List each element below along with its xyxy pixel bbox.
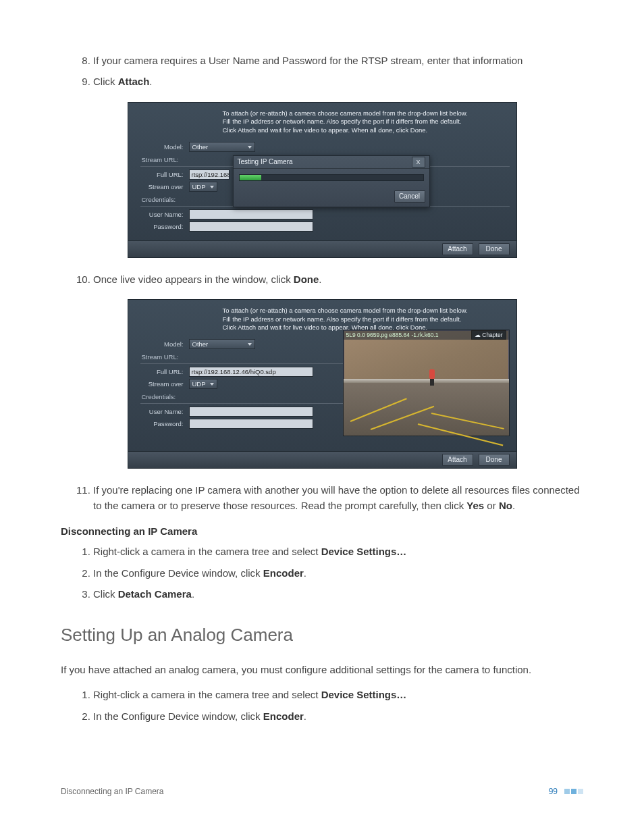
step-11: If you're replacing one IP camera with a… — [93, 482, 583, 514]
stream-over-select[interactable]: UDP — [189, 379, 217, 389]
pass-input[interactable] — [189, 419, 313, 429]
attach-camera-dialog-live: To attach (or re-attach) a camera choose… — [128, 299, 517, 469]
dialog-footer: Attach Done — [128, 240, 516, 257]
model-label: Model: — [135, 340, 189, 348]
attach-button[interactable]: Attach — [442, 243, 473, 255]
live-video-pane: 5L9 0.0 9659.pg e885.64 -1.rk.k60.1 ☁ Ch… — [343, 330, 510, 436]
page-number: 99 — [549, 787, 558, 796]
cancel-button[interactable]: Cancel — [394, 190, 425, 203]
ordered-steps-b: Once live video appears in the window, c… — [61, 271, 583, 287]
footer-section-name: Disconnecting an IP Camera — [61, 787, 164, 796]
dialog-instructions: To attach (or re-attach) a camera choose… — [223, 109, 510, 135]
stream-over-label: Stream over — [135, 380, 189, 388]
dialog-title: Testing IP Camera — [238, 158, 293, 165]
user-label: User Name: — [135, 408, 189, 415]
ordered-steps-c: If you're replacing one IP camera with a… — [61, 482, 583, 514]
footer-logo-icon — [564, 789, 583, 794]
full-url-input[interactable]: rtsp://192.168.12 — [189, 170, 230, 180]
dialog-instructions: To attach (or re-attach) a camera choose… — [223, 307, 510, 332]
overlay-text: 5L9 0.0 9659.pg e885.64 -1.rk.k60.1 — [346, 332, 439, 338]
person-figure — [429, 369, 435, 387]
full-url-input[interactable]: rtsp://192.168.12.46/hiQ0.sdp — [189, 367, 313, 377]
user-input[interactable] — [189, 407, 313, 417]
disconnect-steps: Right-click a camera in the camera tree … — [61, 544, 583, 602]
user-input[interactable] — [189, 209, 313, 219]
disconnect-step-2: In the Configure Device window, click En… — [93, 565, 583, 581]
attach-button[interactable]: Attach — [442, 454, 473, 466]
cloud-icon: ☁ — [475, 332, 481, 338]
full-url-label: Full URL: — [135, 171, 189, 178]
pass-label: Password: — [135, 420, 189, 427]
testing-ip-camera-dialog: Testing IP Camera X Cancel — [233, 155, 430, 207]
ordered-steps-a: If your camera requires a User Name and … — [61, 53, 583, 90]
close-button[interactable]: X — [412, 157, 425, 167]
disconnect-step-1: Right-click a camera in the camera tree … — [93, 544, 583, 559]
chapter-button[interactable]: ☁ Chapter — [471, 330, 506, 340]
full-url-label: Full URL: — [135, 368, 189, 375]
stream-over-select[interactable]: UDP — [189, 182, 217, 192]
model-label: Model: — [135, 143, 189, 151]
pass-input[interactable] — [189, 221, 313, 232]
dialog-footer: Attach Done — [128, 451, 516, 468]
analog-heading: Setting Up an Analog Camera — [61, 625, 583, 646]
model-select[interactable]: Other — [189, 339, 255, 349]
analog-steps: Right-click a camera in the camera tree … — [61, 687, 583, 724]
analog-intro: If you have attached an analog camera, y… — [61, 662, 583, 677]
progress-bar — [239, 174, 424, 181]
user-label: User Name: — [135, 211, 189, 218]
analog-step-2: In the Configure Device window, click En… — [93, 708, 583, 724]
stream-over-label: Stream over — [135, 183, 189, 190]
page-footer: Disconnecting an IP Camera 99 — [61, 787, 583, 796]
step-8: If your camera requires a User Name and … — [93, 53, 583, 68]
close-icon: X — [416, 159, 420, 165]
disconnecting-heading: Disconnecting an IP Camera — [61, 525, 583, 537]
attach-camera-dialog-testing: To attach (or re-attach) a camera choose… — [128, 102, 517, 258]
pass-label: Password: — [135, 223, 189, 230]
done-button[interactable]: Done — [479, 243, 510, 255]
analog-step-1: Right-click a camera in the camera tree … — [93, 687, 583, 702]
step-9: Click Attach. — [93, 74, 583, 89]
step-10: Once live video appears in the window, c… — [93, 271, 583, 287]
model-select[interactable]: Other — [189, 142, 255, 152]
done-button[interactable]: Done — [479, 454, 510, 466]
disconnect-step-3: Click Detach Camera. — [93, 586, 583, 602]
